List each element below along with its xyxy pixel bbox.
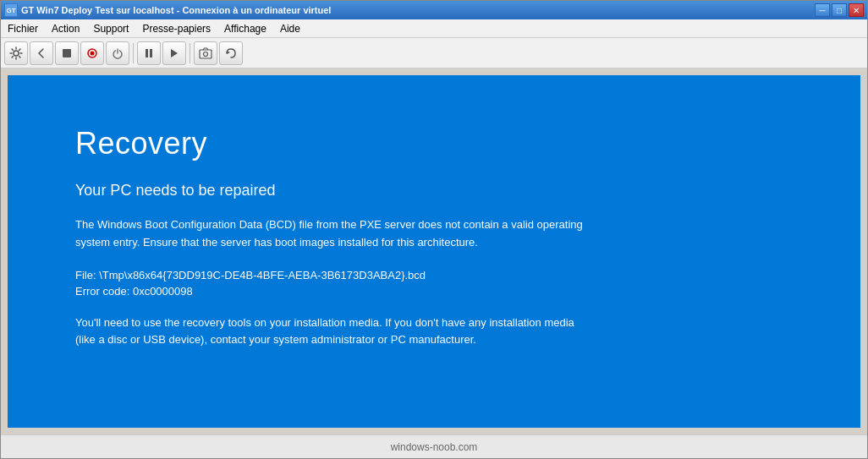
menu-presse-papiers[interactable]: Presse-papiers xyxy=(135,19,217,37)
power-button[interactable] xyxy=(106,41,129,65)
stop-button[interactable] xyxy=(55,41,79,65)
svg-rect-5 xyxy=(150,49,152,57)
svg-rect-7 xyxy=(200,50,212,58)
minimize-button[interactable]: ─ xyxy=(815,3,830,17)
footer-text: windows-noob.com xyxy=(391,441,478,453)
settings-button[interactable] xyxy=(4,41,28,65)
title-bar: GT GT Win7 Deploy Test sur localhost - C… xyxy=(1,1,867,19)
main-window: GT GT Win7 Deploy Test sur localhost - C… xyxy=(0,0,868,459)
recovery-title: Recovery xyxy=(75,126,793,161)
svg-rect-4 xyxy=(146,49,148,57)
svg-point-8 xyxy=(204,52,208,56)
menu-affichage[interactable]: Affichage xyxy=(217,19,273,37)
menu-bar: Fichier Action Support Presse-papiers Af… xyxy=(1,19,867,38)
window-title: GT Win7 Deploy Test sur localhost - Conn… xyxy=(21,5,331,15)
restore-button[interactable]: □ xyxy=(832,3,847,17)
menu-aide[interactable]: Aide xyxy=(273,19,307,37)
title-bar-controls: ─ □ ✕ xyxy=(815,3,864,17)
back-button[interactable] xyxy=(30,41,53,65)
title-bar-left: GT GT Win7 Deploy Test sur localhost - C… xyxy=(4,3,331,17)
recovery-description: The Windows Boot Configuration Data (BCD… xyxy=(75,216,583,252)
window-icon: GT xyxy=(4,3,18,17)
recovery-tip: You'll need to use the recovery tools on… xyxy=(75,314,583,350)
toolbar xyxy=(1,38,867,68)
undo-button[interactable] xyxy=(219,41,243,65)
toolbar-separator-1 xyxy=(133,43,134,63)
screenshot-button[interactable] xyxy=(194,41,217,65)
vm-display: Recovery Your PC needs to be repaired Th… xyxy=(8,75,860,428)
resume-button[interactable] xyxy=(162,41,186,65)
footer: windows-noob.com xyxy=(1,434,867,458)
svg-point-0 xyxy=(14,51,19,56)
recovery-file: File: \Tmp\x86x64{73DD919C-DE4B-4BFE-AEB… xyxy=(75,269,793,281)
svg-point-3 xyxy=(91,51,95,55)
svg-marker-6 xyxy=(171,49,178,57)
shutdown-button[interactable] xyxy=(80,41,104,65)
menu-fichier[interactable]: Fichier xyxy=(1,19,45,37)
content-area: Recovery Your PC needs to be repaired Th… xyxy=(1,68,867,434)
svg-rect-1 xyxy=(63,49,71,57)
close-button[interactable]: ✕ xyxy=(849,3,864,17)
recovery-subtitle: Your PC needs to be repaired xyxy=(75,182,793,199)
pause-button[interactable] xyxy=(137,41,161,65)
svg-marker-9 xyxy=(227,51,230,54)
recovery-error: Error code: 0xc0000098 xyxy=(75,285,793,298)
menu-support[interactable]: Support xyxy=(86,19,135,37)
menu-action[interactable]: Action xyxy=(45,19,86,37)
toolbar-separator-2 xyxy=(190,43,190,63)
